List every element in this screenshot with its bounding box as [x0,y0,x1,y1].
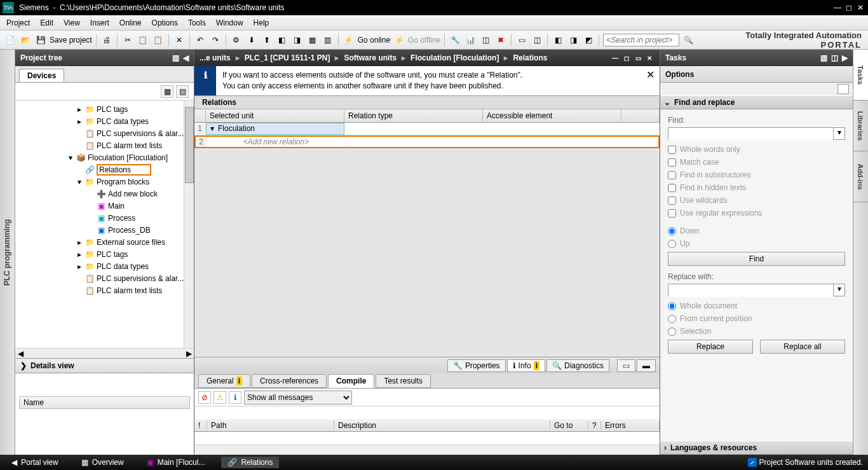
replace-all-button[interactable]: Replace all [760,340,845,354]
replace-button[interactable]: Replace [668,340,753,354]
chk-regex[interactable] [668,209,676,218]
find-input[interactable]: ▾ [668,127,845,140]
portal-view-button[interactable]: ◀Portal view [5,457,65,468]
bc-floculation[interactable]: Floculation [Floculation] [410,53,499,62]
menu-options[interactable]: Options [152,18,178,27]
tree-external-source[interactable]: ▸📁External source files [15,236,184,248]
message-hscroll[interactable] [194,445,660,455]
editor-restore-icon[interactable]: ▭ [633,53,643,62]
tree-floculation[interactable]: ▾📦Floculation [Floculation] [15,151,184,163]
search-input[interactable] [603,34,679,46]
editor-maximize-icon[interactable]: ◻ [621,53,632,62]
toolbar-icon-2[interactable]: ◨ [291,34,304,46]
tasks-pin-icon[interactable]: ▥ [820,53,827,62]
split-v-icon[interactable]: ◫ [531,34,543,46]
inspector-layout-2[interactable]: ▬ [637,359,656,372]
add-new-relation-row[interactable]: 2 <Add new relation> [194,135,660,148]
bc-plc[interactable]: PLC_1 [CPU 1511-1 PN] [245,53,330,62]
menu-insert[interactable]: Insert [90,18,109,27]
tree-plc-data-types-2[interactable]: ▸📁PLC data types [15,260,184,272]
editor-minimize-icon[interactable]: — [610,53,620,62]
maximize-button[interactable]: ◻ [844,3,854,13]
tab-diagnostics[interactable]: 🔍Diagnostics [546,359,609,372]
toolbar-icon-3[interactable]: ▦ [306,34,319,46]
rad-from-pos[interactable] [668,315,676,323]
cut-icon[interactable]: ✂ [121,34,134,46]
toolbar-icon-8[interactable]: ◧ [552,34,564,46]
bc-swunits[interactable]: Software units [344,53,397,62]
stop-icon[interactable]: ✖ [494,34,507,46]
chk-wildcards[interactable] [668,197,676,205]
chk-match-case[interactable] [668,158,676,167]
print-icon[interactable]: 🖨 [100,34,113,46]
close-button[interactable]: ✕ [855,3,865,13]
relation-row-1[interactable]: 1 ▾Floculation [194,123,660,135]
toolbar-icon-10[interactable]: ◩ [582,34,595,46]
menu-project[interactable]: Project [6,18,30,27]
undo-icon[interactable]: ↶ [194,34,207,46]
menu-view[interactable]: View [64,18,80,27]
download-icon[interactable]: ⬇ [245,34,258,46]
redo-icon[interactable]: ↷ [209,34,222,46]
chk-find-sub[interactable] [668,171,676,179]
delete-icon[interactable]: ✕ [173,34,186,46]
subtab-general[interactable]: Generali [198,374,250,388]
tab-devices[interactable]: Devices [19,69,64,82]
panel-pin-icon[interactable]: ▥ [172,53,179,62]
chk-find-hidden[interactable] [668,184,676,192]
compile-icon[interactable]: ⚙ [230,34,243,46]
status-main[interactable]: ▣Main [Flocul... [140,457,212,468]
vtab-tasks[interactable]: Tasks [853,50,868,100]
go-online-label[interactable]: Go online [358,36,390,45]
chk-whole-words[interactable] [668,146,676,154]
info-filter-icon[interactable]: ℹ [229,391,241,404]
tab-info[interactable]: ℹInfoi [507,359,545,372]
tree-plc-tags[interactable]: ▸📁PLC tags [15,103,184,115]
toolbar-icon-7[interactable]: ◫ [479,34,492,46]
warning-filter-icon[interactable]: ⚠ [214,391,226,404]
tree-hscroll[interactable]: ◀▶ [15,348,194,358]
subtab-test-results[interactable]: Test results [376,374,431,388]
details-view-header[interactable]: ❯Details view [15,358,194,373]
tree-plc-alarm-text[interactable]: 📋PLC alarm text lists [15,139,184,151]
options-tool-icon[interactable] [837,84,849,94]
tree-plc-alarm-text-2[interactable]: 📋PLC alarm text lists [15,284,184,296]
vtab-left-plc-programming[interactable]: PLC programming [0,50,15,455]
panel-collapse-icon[interactable]: ◀ [183,53,189,62]
toolbar-icon-1[interactable]: ◧ [276,34,288,46]
tree-tool-2[interactable]: ▤ [176,85,189,98]
tab-properties[interactable]: 🔧Properties [447,359,506,372]
find-replace-header[interactable]: ⌄Find and replace [660,95,853,109]
go-online-icon[interactable]: ⚡ [342,34,355,46]
message-filter-select[interactable]: Show all messages [244,391,352,404]
editor-close-icon[interactable]: ✕ [644,53,654,62]
paste-icon[interactable]: 📋 [152,34,165,46]
tree-program-blocks[interactable]: ▾📁Program blocks [15,176,184,188]
bc-relations[interactable]: Relations [513,53,547,62]
upload-icon[interactable]: ⬆ [261,34,273,46]
tree-plc-data-types[interactable]: ▸📁PLC data types [15,115,184,127]
open-project-icon[interactable]: 📂 [19,34,32,46]
rad-down[interactable] [668,227,676,235]
menu-online[interactable]: Online [119,18,142,27]
copy-icon[interactable]: 📋 [137,34,149,46]
menu-edit[interactable]: Edit [40,18,53,27]
go-offline-icon[interactable]: ⚡ [393,34,405,46]
toolbar-icon-9[interactable]: ◨ [567,34,580,46]
inspector-layout-1[interactable]: ▭ [617,359,635,372]
subtab-cross-references[interactable]: Cross-references [252,374,327,388]
status-relations[interactable]: 🔗Relations [221,457,279,468]
vtab-addins[interactable]: Add-ins [853,151,868,202]
tree-add-new-block[interactable]: ➕Add new block [15,188,184,200]
rad-up[interactable] [668,240,676,248]
tree-plc-tags-2[interactable]: ▸📁PLC tags [15,248,184,260]
tree-process-db[interactable]: ▣Process_DB [15,224,184,236]
tree-relations[interactable]: 🔗Relations [15,163,184,176]
status-overview[interactable]: ▦Overview [75,457,130,468]
tree-process-block[interactable]: ▣Process [15,212,184,224]
menu-tools[interactable]: Tools [188,18,206,27]
error-filter-icon[interactable]: ⊘ [198,391,211,404]
tree-scrollbar[interactable] [184,100,194,348]
bc-units[interactable]: ...e units [200,53,231,62]
tree-plc-supervisions[interactable]: 📋PLC supervisions & alar... [15,127,184,139]
